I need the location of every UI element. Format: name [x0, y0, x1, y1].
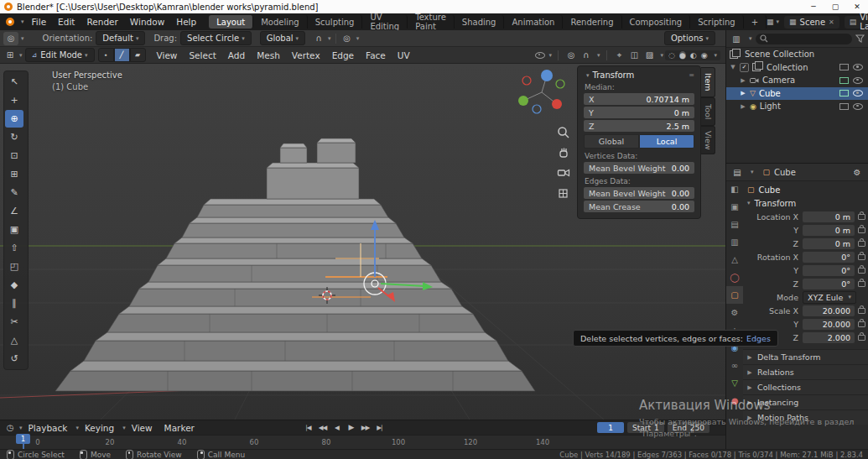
hide-eye-icon[interactable]	[853, 103, 863, 110]
tab-render[interactable]: ▣	[726, 198, 743, 216]
editor-type-icon[interactable]: ▥	[730, 32, 743, 45]
minimize-button[interactable]: ─	[803, 0, 824, 13]
median-x-field[interactable]: X0.70714 m	[584, 93, 694, 105]
tool-settings-icon[interactable]: ⚙	[850, 165, 864, 179]
lock-icon[interactable]	[858, 281, 865, 287]
active-tool-icon[interactable]: ◎	[3, 32, 18, 45]
tab-material[interactable]: ●	[726, 392, 743, 409]
sidebar-tab-tool[interactable]: Tool	[701, 97, 715, 126]
play-button[interactable]: ▶	[345, 421, 357, 433]
tab-object-data[interactable]: ▽	[726, 374, 743, 392]
expand-arrow-icon[interactable]: ▶	[740, 90, 746, 96]
snap-magnet-icon[interactable]: ∩	[312, 32, 325, 45]
menu-playback[interactable]: Playback	[23, 423, 74, 433]
scene-selector[interactable]: ▦ Scene ✕	[784, 16, 839, 29]
options-dropdown[interactable]: Options▾	[664, 31, 715, 45]
scale-z-field[interactable]: 2.000	[803, 332, 855, 343]
tab-shading[interactable]: Shading	[455, 15, 505, 29]
menu-keying[interactable]: Keying	[79, 423, 120, 433]
lock-icon[interactable]	[858, 321, 865, 327]
edge-select-mode-button[interactable]: ╱	[114, 48, 130, 62]
lock-icon[interactable]	[858, 214, 865, 220]
tab-object[interactable]: ▢	[726, 286, 743, 304]
maximize-button[interactable]: ▢	[824, 0, 846, 13]
render-visibility-icon[interactable]	[839, 77, 849, 84]
navigation-gizmo-icon[interactable]	[513, 67, 574, 119]
expand-arrow-icon[interactable]: ▶	[740, 103, 746, 110]
lock-icon[interactable]	[858, 335, 865, 341]
local-toggle-button[interactable]: Local	[639, 134, 694, 149]
show-object-types-icon[interactable]	[535, 52, 545, 59]
overlays-icon[interactable]: ◫	[628, 49, 642, 62]
filter-icon[interactable]	[855, 34, 865, 43]
menu-edit[interactable]: Edit	[52, 17, 81, 27]
tab-sculpting[interactable]: Sculpting	[308, 15, 363, 29]
section-relations[interactable]: ▶Relations	[743, 364, 868, 379]
menu-render[interactable]: Render	[81, 17, 123, 27]
hide-eye-icon[interactable]	[853, 77, 863, 84]
blender-app-menu-button[interactable]: ▾	[2, 18, 24, 26]
drag-mode-dropdown[interactable]: Select Circle▾	[180, 31, 252, 45]
editor-type-icon[interactable]: ▤	[730, 165, 744, 179]
render-visibility-icon[interactable]	[839, 90, 849, 96]
pan-hand-icon[interactable]	[557, 146, 570, 159]
sidebar-tab-item[interactable]: Item	[701, 67, 715, 97]
tab-output[interactable]: ▤	[726, 216, 743, 233]
start-frame-field[interactable]: Start1	[627, 422, 664, 433]
close-button[interactable]: ✕	[846, 0, 868, 13]
location-x-field[interactable]: 0 m	[803, 211, 855, 222]
rotation-y-field[interactable]: 0°	[803, 265, 855, 276]
add-workspace-button[interactable]: +	[744, 15, 767, 29]
tab-rendering[interactable]: Rendering	[563, 15, 621, 29]
tab-layout[interactable]: Layout	[209, 15, 253, 29]
extrude-tool[interactable]: ⇧	[5, 239, 23, 257]
orientation-dropdown[interactable]: Default▾	[96, 31, 145, 45]
face-select-mode-button[interactable]: ▰	[130, 48, 146, 62]
menu-help[interactable]: Help	[170, 17, 202, 27]
editor-type-icon[interactable]: ⊞	[3, 49, 17, 62]
section-instancing[interactable]: ▶Instancing	[743, 394, 868, 409]
rendered-shading-icon[interactable]: ◉	[701, 51, 708, 60]
edge-crease-field[interactable]: Mean Crease0.00	[584, 201, 694, 212]
rotation-z-field[interactable]: 0°	[803, 279, 855, 289]
outliner-row-scene-collection[interactable]: Scene Collection	[726, 48, 868, 61]
scale-tool[interactable]: ⊡	[5, 147, 23, 164]
mode-dropdown[interactable]: ⊿Edit Mode▾	[25, 48, 95, 62]
sidebar-tab-view[interactable]: View	[701, 126, 715, 154]
add-cube-tool[interactable]: ▣	[5, 221, 23, 238]
lock-icon[interactable]	[858, 227, 865, 233]
outliner-row-collection[interactable]: ▼ Collection	[726, 61, 868, 75]
spin-tool[interactable]: ↺	[5, 350, 23, 368]
measure-tool[interactable]: ∠	[5, 202, 23, 220]
inset-faces-tool[interactable]: ◰	[5, 258, 23, 275]
menu-select[interactable]: Select	[183, 50, 221, 60]
outliner-row-cube[interactable]: ▶ ▽ Cube	[726, 87, 868, 101]
median-z-field[interactable]: Z2.5 m	[584, 120, 694, 132]
location-y-field[interactable]: 0 m	[803, 225, 855, 236]
menu-view[interactable]: View	[151, 50, 184, 60]
lock-icon[interactable]	[858, 241, 865, 247]
scale-x-field[interactable]: 20.000	[803, 305, 855, 316]
unlink-scene-icon[interactable]: ✕	[829, 18, 834, 26]
xray-toggle-icon[interactable]: ▨	[643, 49, 657, 62]
rotation-x-field[interactable]: 0°	[803, 252, 855, 263]
lock-icon[interactable]	[858, 268, 865, 274]
camera-view-icon[interactable]	[557, 166, 570, 180]
outliner-row-light[interactable]: ▶ ◉ Light	[726, 100, 868, 113]
view-layer-selector[interactable]: ▤ View Layer ✕	[845, 16, 868, 29]
render-visibility-icon[interactable]	[839, 103, 849, 110]
playhead-frame-badge[interactable]: 1	[16, 434, 30, 444]
menu-edge[interactable]: Edge	[326, 50, 360, 60]
location-z-field[interactable]: 0 m	[803, 238, 855, 249]
editor-type-icon[interactable]: ◷	[3, 421, 17, 435]
menu-mesh[interactable]: Mesh	[251, 50, 286, 60]
gizmos-icon[interactable]: ⌖	[613, 49, 626, 62]
hide-eye-icon[interactable]	[853, 64, 863, 70]
menu-face[interactable]: Face	[360, 50, 392, 60]
play-reverse-button[interactable]: ◀	[330, 421, 343, 433]
tab-world[interactable]: ◯	[726, 269, 743, 286]
section-collections[interactable]: ▶Collections	[743, 379, 868, 394]
edge-bevel-weight-field[interactable]: Mean Bevel Weight0.00	[584, 187, 694, 199]
tab-tool[interactable]: ◧	[726, 180, 743, 198]
expand-arrow-icon[interactable]: ▶	[740, 77, 746, 84]
